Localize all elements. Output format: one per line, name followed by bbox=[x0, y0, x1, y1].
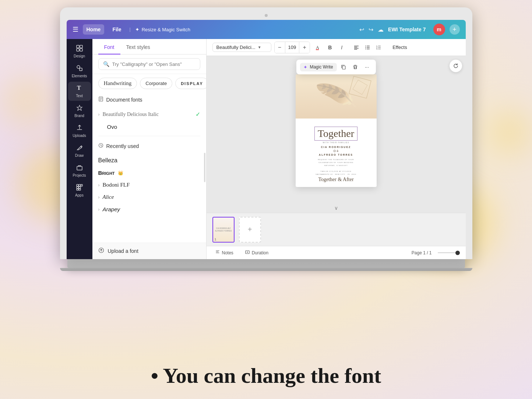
belleza-name: Belleza bbox=[98, 157, 117, 164]
copy-btn[interactable] bbox=[338, 62, 349, 72]
hamburger-icon[interactable]: ☰ bbox=[73, 25, 78, 33]
category-display[interactable]: DISPLAY bbox=[175, 78, 206, 89]
user-avatar[interactable]: m bbox=[433, 24, 445, 35]
add-page-btn[interactable]: + bbox=[239, 217, 261, 243]
sidebar-item-brand[interactable]: Brand bbox=[68, 102, 91, 121]
undo-icon[interactable]: ↩ bbox=[359, 26, 364, 33]
svg-rect-7 bbox=[77, 166, 82, 170]
font-list[interactable]: Document fonts › Beautifully Delicious I… bbox=[92, 93, 206, 243]
nav-file[interactable]: File bbox=[109, 24, 125, 35]
page-thumb-text: CIA RODRIGUEZALFREDO TORRES bbox=[214, 226, 233, 233]
svg-point-27 bbox=[365, 46, 366, 46]
nav-home[interactable]: Home bbox=[83, 24, 105, 35]
laptop-foot bbox=[60, 268, 472, 271]
apps-label: Apps bbox=[75, 193, 84, 197]
sidebar-item-apps[interactable]: Apps bbox=[68, 181, 91, 200]
zoom-line[interactable] bbox=[438, 252, 460, 253]
category-corporate[interactable]: Corporate bbox=[140, 78, 172, 89]
page-thumb-1[interactable]: CIA RODRIGUEZALFREDO TORRES 1 bbox=[212, 217, 235, 243]
upload-font-btn[interactable]: Upload a font bbox=[92, 243, 206, 259]
magic-switch-btn[interactable]: ✦ Resize & Magic Switch bbox=[135, 27, 190, 32]
italic-btn[interactable]: I bbox=[337, 42, 347, 53]
sidebar-item-uploads[interactable]: Uploads bbox=[68, 121, 91, 141]
redo-icon[interactable]: ↪ bbox=[369, 26, 373, 33]
align-bullets-btn[interactable] bbox=[362, 42, 373, 53]
font-categories: Handwriting Corporate DISPLAY › bbox=[92, 74, 206, 93]
magic-write-btn[interactable]: ✦ Magic Write bbox=[300, 63, 337, 71]
upload-icon bbox=[98, 247, 104, 255]
page-thumb-num: 1 bbox=[215, 237, 216, 241]
duration-btn[interactable]: Duration bbox=[242, 248, 271, 257]
format-btns: A B I bbox=[313, 42, 347, 53]
upload-label: Upload a font bbox=[108, 248, 138, 254]
font-item-arapey[interactable]: › Arapey bbox=[92, 203, 206, 215]
font-item-beautifully-left: › Beautifully Delicious Italic bbox=[98, 112, 159, 117]
icon-sidebar: Design Elements bbox=[67, 39, 92, 259]
align-left-btn[interactable] bbox=[351, 42, 362, 53]
tab-font[interactable]: Font bbox=[98, 39, 120, 54]
notes-btn[interactable]: Notes bbox=[212, 248, 236, 257]
bokeh-5 bbox=[488, 110, 532, 155]
feather-decoration: 🪶 bbox=[314, 75, 358, 118]
expand-arrow-bodoni: › bbox=[98, 183, 100, 188]
laptop-base bbox=[67, 259, 465, 268]
text-color-btn[interactable]: A bbox=[313, 42, 323, 53]
draw-icon bbox=[76, 144, 83, 152]
size-decrease-btn[interactable]: − bbox=[275, 42, 285, 53]
magic-switch-label: Resize & Magic Switch bbox=[142, 27, 190, 32]
elements-label: Elements bbox=[72, 74, 87, 78]
svg-rect-22 bbox=[316, 49, 319, 50]
alice-name: Alice bbox=[103, 194, 114, 200]
recently-used-label: Recently used bbox=[106, 143, 139, 149]
refresh-btn[interactable] bbox=[450, 60, 462, 72]
size-increase-btn[interactable]: + bbox=[299, 42, 310, 53]
text-icon: T bbox=[76, 85, 83, 92]
template-name: EWI Template 7 bbox=[388, 27, 426, 32]
font-check-icon: ✓ bbox=[195, 111, 200, 118]
elements-icon bbox=[76, 65, 83, 73]
cloud-icon[interactable]: ☁ bbox=[378, 26, 384, 33]
font-item-alice[interactable]: › Alice bbox=[92, 191, 206, 203]
card-script: Together & After bbox=[318, 177, 353, 183]
font-item-bright[interactable]: Bright 👑 bbox=[92, 167, 206, 179]
brand-icon bbox=[76, 105, 83, 112]
size-value[interactable]: 109 bbox=[285, 42, 300, 53]
sidebar-item-projects[interactable]: Projects bbox=[68, 161, 91, 180]
sidebar-item-text[interactable]: T Text bbox=[68, 82, 91, 101]
plus-button[interactable]: + bbox=[450, 24, 460, 35]
category-handwriting[interactable]: Handwriting bbox=[98, 78, 137, 89]
draw-label: Draw bbox=[75, 153, 84, 158]
delete-btn[interactable] bbox=[350, 62, 360, 72]
canvas-area: Beautifully Delici... ▼ − 109 + A bbox=[207, 39, 466, 259]
font-item-belleza[interactable]: Belleza bbox=[92, 154, 206, 167]
font-item-bodoni[interactable]: › Bodoni FLF bbox=[92, 179, 206, 191]
font-item-ovo[interactable]: Ovo bbox=[92, 121, 206, 133]
svg-rect-5 bbox=[80, 68, 82, 71]
svg-rect-11 bbox=[77, 187, 78, 188]
expand-arrow-arapey: › bbox=[98, 207, 100, 212]
svg-rect-13 bbox=[77, 189, 78, 190]
magic-write-icon: ✦ bbox=[303, 64, 307, 70]
bodoni-item-left: › Bodoni FLF bbox=[98, 182, 130, 188]
more-btn[interactable]: ··· bbox=[362, 62, 372, 72]
align-numbered-btn[interactable]: 1. 2. 3. bbox=[373, 42, 384, 53]
tab-text-styles[interactable]: Text styles bbox=[120, 39, 156, 54]
document-icon bbox=[98, 96, 103, 103]
scroll-indicator bbox=[204, 153, 205, 182]
sidebar-item-elements[interactable]: Elements bbox=[68, 62, 91, 81]
arapey-item-left: › Arapey bbox=[98, 206, 120, 212]
arapey-name: Arapey bbox=[103, 206, 120, 212]
search-input[interactable] bbox=[112, 61, 195, 67]
card-names-top: CIA RODRIGUEZ bbox=[321, 146, 351, 148]
sidebar-item-draw[interactable]: Draw bbox=[68, 141, 91, 160]
sidebar-item-design[interactable]: Design bbox=[68, 42, 91, 61]
font-item-beautifully[interactable]: › Beautifully Delicious Italic ✓ bbox=[92, 108, 206, 121]
magic-write-label: Magic Write bbox=[310, 64, 333, 70]
document-fonts-label: Document fonts bbox=[106, 97, 142, 103]
design-label: Design bbox=[74, 54, 85, 58]
font-selector-dropdown[interactable]: Beautifully Delici... ▼ bbox=[212, 43, 271, 52]
laptop-camera bbox=[265, 14, 268, 17]
effects-btn[interactable]: Effects bbox=[388, 43, 412, 52]
recently-used-header: Recently used bbox=[98, 143, 200, 149]
bold-btn[interactable]: B bbox=[325, 42, 335, 53]
